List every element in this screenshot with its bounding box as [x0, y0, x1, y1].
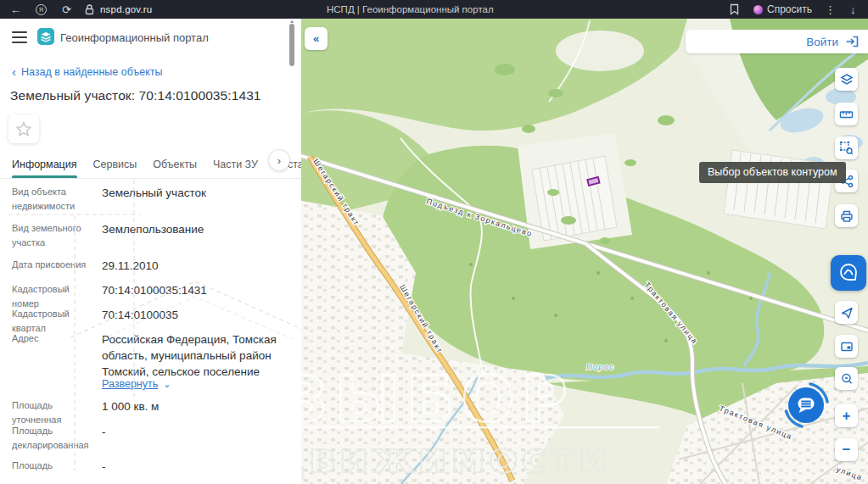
chat-widget-button[interactable] — [781, 381, 831, 430]
url-text[interactable]: nspd.gov.ru — [100, 0, 152, 19]
search-location-button[interactable] — [835, 367, 858, 390]
field-value: Российская Федерация, Томская область, м… — [102, 331, 294, 380]
layers-button[interactable] — [835, 68, 858, 91]
measure-button[interactable] — [835, 103, 858, 125]
tabs-more-button[interactable]: › — [268, 149, 290, 171]
ask-button[interactable]: Спросить — [753, 0, 812, 19]
field-value: - — [102, 459, 294, 475]
field-label: Площадь декларированная — [12, 424, 98, 453]
field-value: 70:14:0100035:1431 — [102, 282, 294, 298]
browser-topbar: ← Я ⟳ nspd.gov.ru НСПД | Геоинформационн… — [0, 0, 868, 19]
contour-tool-active-button[interactable] — [831, 255, 866, 291]
field-label: Адрес — [12, 331, 98, 346]
minimap-button[interactable] — [835, 335, 858, 358]
browser-back-icon[interactable]: ← — [10, 0, 21, 19]
app-title: Геоинформационный портал — [60, 31, 209, 44]
panel-scrollbar[interactable] — [289, 24, 294, 66]
menu-hamburger-icon[interactable] — [12, 31, 27, 46]
address-expand-link[interactable]: Развернуть⌄ — [102, 378, 171, 390]
field-label: Площадь — [12, 459, 98, 473]
contour-tool-active-icon — [838, 263, 859, 283]
greenhouses — [532, 156, 617, 241]
login-icon — [845, 35, 860, 48]
zoom-out-button[interactable]: − — [835, 438, 858, 461]
field-label: Вид объекта недвижимости — [12, 185, 98, 214]
river-label: Порос — [586, 363, 615, 371]
print-icon — [840, 209, 854, 223]
yandex-browser-icon[interactable]: Я — [36, 0, 47, 19]
search-pin-icon — [840, 372, 854, 386]
tab-information[interactable]: Информация — [12, 159, 77, 178]
layers-icon — [840, 73, 854, 86]
print-button[interactable] — [835, 204, 858, 227]
login-label: Войти — [806, 36, 838, 48]
info-panel: Геоинформационный портал ‹ Назад в найде… — [0, 19, 301, 484]
contour-select-icon — [839, 141, 854, 155]
tab-parcel-parts[interactable]: Части ЗУ — [213, 159, 258, 178]
collapse-panel-button[interactable]: « — [305, 27, 328, 50]
alice-icon — [753, 5, 763, 14]
zoom-in-button[interactable]: + — [835, 404, 858, 427]
field-value: 1 000 кв. м — [102, 398, 294, 414]
field-label: Площадь уточненная — [12, 398, 98, 427]
browser-menu-icon[interactable]: ⋮ — [825, 0, 836, 19]
field-label: Вид земельного участка — [12, 221, 98, 250]
yandex-letter: Я — [36, 4, 47, 15]
clearing — [556, 31, 644, 71]
browser-window: ← Я ⟳ nspd.gov.ru НСПД | Геоинформационн… — [0, 0, 868, 484]
downloads-icon[interactable]: ↓ — [850, 0, 856, 19]
tab-services[interactable]: Сервисы — [93, 159, 137, 178]
navigation-arrow-icon — [840, 306, 854, 320]
refresh-icon[interactable]: ⟳ — [62, 0, 71, 19]
field-label: Дата присвоения — [12, 258, 98, 272]
contour-select-button[interactable] — [835, 136, 858, 159]
tooltip-contour-select: Выбор объектов контуром — [699, 162, 846, 183]
tab-title: НСПД | Геоинформационный портал — [327, 0, 494, 19]
page-title: Земельный участок: 70:14:0100035:1431 — [10, 88, 261, 103]
star-icon — [15, 121, 32, 137]
field-value: 29.11.2010 — [102, 258, 294, 274]
portal-logo-icon — [37, 28, 54, 48]
locate-button[interactable] — [835, 301, 858, 324]
login-bar[interactable]: Войти — [686, 30, 868, 53]
field-value: Земельный участок — [102, 185, 294, 201]
back-chevron-icon: ‹ — [12, 65, 16, 78]
ruler-icon — [839, 108, 854, 121]
site-lock-icon[interactable] — [85, 0, 94, 19]
tab-bar: Информация Сервисы Объекты Части ЗУ Сост… — [0, 151, 301, 179]
field-value: 70:14:0100035 — [102, 307, 294, 323]
minimap-icon — [840, 340, 854, 353]
tab-objects[interactable]: Объекты — [153, 159, 197, 178]
back-to-results-link[interactable]: ‹ Назад в найденные объекты — [12, 65, 162, 78]
field-value: Землепользование — [102, 221, 294, 237]
field-value: - — [102, 424, 294, 440]
bookmark-icon[interactable] — [730, 0, 739, 19]
expand-caret-icon: ⌄ — [163, 379, 171, 390]
favorite-star-button[interactable] — [8, 114, 39, 143]
